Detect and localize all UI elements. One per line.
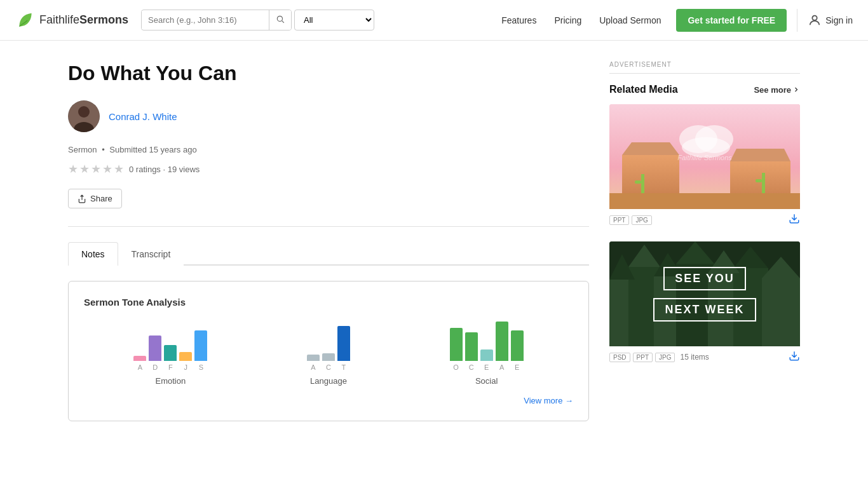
search-bar <box>141 10 292 30</box>
tag-jpg: JPG <box>632 215 651 225</box>
bar-item: O <box>450 328 463 371</box>
bar-label-se: E <box>484 363 489 371</box>
svg-rect-16 <box>635 180 641 184</box>
account-icon <box>808 13 822 27</box>
bar-item: A <box>496 322 508 371</box>
download-button-1[interactable] <box>789 213 800 227</box>
ad-divider <box>609 73 800 74</box>
emotion-bars: A D F J <box>133 320 207 371</box>
media-tags-2: PSD PPT JPG 15 items <box>609 353 709 362</box>
meta-type: Sermon <box>68 145 97 154</box>
bar-f <box>164 345 177 361</box>
meta-submitted: Submitted 15 years ago <box>109 145 196 154</box>
bar-item: A <box>133 356 146 371</box>
tag-ppt2: PPT <box>633 353 653 362</box>
media-desert-thumb: Faithlife Sermons <box>609 104 800 209</box>
bar-item: A <box>307 355 320 371</box>
logo-text: FaithlifeSermons <box>39 13 128 27</box>
language-bars: A C T <box>307 320 350 371</box>
avatar <box>68 100 100 132</box>
tone-title: Sermon Tone Analysis <box>84 297 573 308</box>
bar-se <box>480 349 493 361</box>
bar-s <box>194 330 207 361</box>
share-icon <box>78 194 86 203</box>
bar-item: S <box>194 330 207 371</box>
author-name[interactable]: Conrad J. White <box>109 111 177 122</box>
cta-button[interactable]: Get started for FREE <box>676 9 787 32</box>
bar-label-sc: C <box>469 363 474 371</box>
see-more-link[interactable]: See more <box>754 85 800 95</box>
ad-label: ADVERTISEMENT <box>609 61 800 68</box>
bar-label-se2: E <box>515 363 519 371</box>
bar-so <box>450 328 463 361</box>
bar-item: T <box>337 326 350 371</box>
svg-point-2 <box>813 15 817 20</box>
bar-label-lc: C <box>326 363 331 371</box>
share-label: Share <box>90 194 112 203</box>
media-card-2[interactable]: SEE YOU NEXT WEEK PSD PPT JPG 15 items <box>609 241 800 369</box>
related-title: Related Media <box>609 84 678 95</box>
navbar: FaithlifeSermons All Sermons Illustratio… <box>0 0 868 41</box>
bar-d <box>149 336 161 361</box>
star-2[interactable]: ★ <box>79 162 90 176</box>
filter-select[interactable]: All Sermons Illustrations Media <box>294 10 374 30</box>
star-4[interactable]: ★ <box>102 162 112 176</box>
bar-item: E <box>480 349 493 371</box>
svg-point-4 <box>78 106 90 118</box>
bar-la <box>307 355 320 361</box>
tabs: Notes Transcript <box>68 242 589 266</box>
view-more-link[interactable]: View more → <box>84 396 573 405</box>
logo[interactable]: FaithlifeSermons <box>15 10 128 30</box>
svg-text:Faithlife Sermons: Faithlife Sermons <box>677 154 732 161</box>
emotion-group: A D F J <box>133 320 207 386</box>
star-3[interactable]: ★ <box>91 162 101 176</box>
nav-links: Features Pricing Upload Sermon <box>501 15 661 25</box>
nav-divider <box>797 9 797 32</box>
tone-charts: A D F J <box>84 320 573 386</box>
bar-j <box>179 352 192 361</box>
media-footer-2: PSD PPT JPG 15 items <box>609 346 800 369</box>
media-card-1[interactable]: Faithlife Sermons PPT JPG <box>609 104 800 231</box>
bar-item: F <box>164 345 177 371</box>
related-header: Related Media See more <box>609 84 800 95</box>
author-row: Conrad J. White <box>68 100 589 132</box>
content-area: Do What You Can Conrad J. White Sermon •… <box>68 61 589 421</box>
bar-se2 <box>511 330 524 361</box>
bar-label-a: A <box>138 363 142 371</box>
star-5[interactable]: ★ <box>114 162 124 176</box>
social-group: O C E A <box>450 320 524 386</box>
forest-line1: SEE YOU <box>663 267 746 290</box>
tag-ppt: PPT <box>609 215 629 225</box>
sign-in-link[interactable]: Sign in <box>808 13 853 27</box>
tone-analysis-box: Sermon Tone Analysis A D <box>68 281 589 421</box>
features-link[interactable]: Features <box>501 15 536 25</box>
share-button[interactable]: Share <box>68 189 122 208</box>
bar-lc <box>322 353 335 361</box>
sidebar: ADVERTISEMENT Related Media See more <box>609 61 800 421</box>
search-button[interactable] <box>269 10 291 30</box>
svg-rect-17 <box>762 173 765 193</box>
svg-marker-13 <box>730 149 790 161</box>
tab-transcript[interactable]: Transcript <box>118 242 184 266</box>
bar-label-s: S <box>199 363 203 371</box>
bar-item: E <box>511 330 524 371</box>
meta-row: Sermon • Submitted 15 years ago <box>68 145 589 154</box>
pricing-link[interactable]: Pricing <box>554 15 581 25</box>
search-input[interactable] <box>142 11 269 29</box>
bar-label-la: A <box>311 363 315 371</box>
download-button-2[interactable] <box>789 350 800 365</box>
bar-label-f: F <box>168 363 173 371</box>
bar-item: J <box>179 352 192 371</box>
svg-rect-15 <box>641 174 644 193</box>
upload-link[interactable]: Upload Sermon <box>599 15 661 25</box>
star-1[interactable]: ★ <box>68 162 78 176</box>
bar-sc <box>465 332 478 361</box>
content-divider <box>68 226 589 227</box>
svg-point-0 <box>277 16 282 21</box>
tab-notes[interactable]: Notes <box>68 242 118 266</box>
social-label: Social <box>475 376 498 386</box>
media-tags-1: PPT JPG <box>609 215 652 225</box>
svg-rect-18 <box>756 179 762 182</box>
bar-a <box>133 356 146 361</box>
language-label: Language <box>310 376 347 386</box>
